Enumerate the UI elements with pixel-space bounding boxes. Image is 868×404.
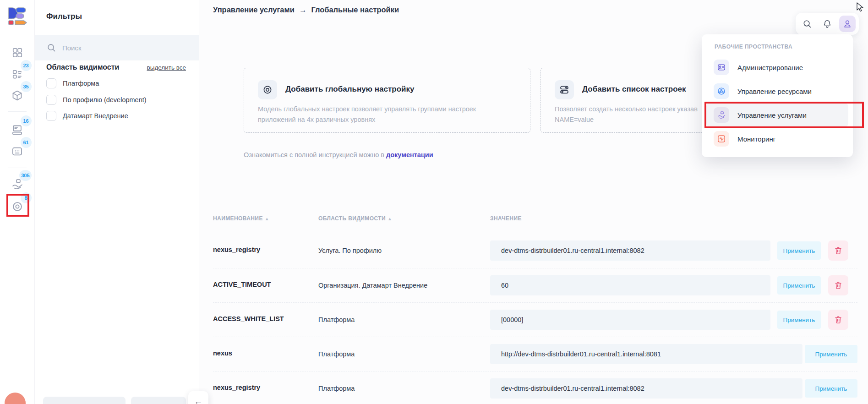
scope-option-datamart: Датамарт Внедрение [46, 111, 128, 121]
card-icon-box [258, 80, 277, 99]
scope-option-platform: Платформа [46, 78, 99, 88]
search-button[interactable] [799, 16, 815, 32]
sort-asc-icon: ▲ [388, 216, 392, 221]
filters-title: Фильтры [46, 12, 82, 21]
checkbox[interactable] [46, 95, 56, 105]
badge-count: 35 [21, 81, 32, 92]
sidebar-item-services[interactable]: 305 [7, 174, 28, 194]
sidebar-item-global-settings[interactable]: 8 [7, 197, 28, 217]
delete-button[interactable] [828, 275, 848, 295]
menu-item-resources[interactable]: Управление ресурсами [706, 79, 848, 103]
breadcrumb-parent[interactable]: Управление услугами [213, 5, 295, 14]
notifications-button[interactable] [819, 16, 835, 32]
topbar-actions [796, 13, 859, 35]
setting-name: nexus [213, 349, 232, 357]
rail-divider [8, 111, 27, 112]
apply-button[interactable]: Применить [805, 379, 857, 398]
card-description: Позволяет создать несколько настроек ука… [555, 104, 698, 125]
card-icon-box [555, 80, 574, 99]
apply-button[interactable]: Применить [777, 241, 821, 260]
setting-name: nexus_registry [213, 384, 260, 391]
menu-item-administration[interactable]: Администрирование [706, 55, 848, 79]
sort-asc-icon: ▲ [265, 216, 269, 221]
setting-value-input[interactable] [490, 310, 770, 330]
badge-count: 16 [21, 115, 32, 126]
sidebar-item-packages[interactable]: 35 [7, 85, 28, 105]
sidebar-item-console[interactable]: 61 [7, 141, 28, 161]
menu-item-label: Мониторинг [737, 135, 775, 143]
table-row: ACCESS_WHITE_LIST Платформа Применить [213, 302, 857, 337]
tasks-icon [11, 68, 23, 80]
card-description: Модель глобальных настроек позволяет упр… [258, 104, 476, 125]
apply-button[interactable]: Применить [777, 276, 821, 295]
search-icon [802, 19, 812, 29]
delete-button[interactable] [828, 310, 848, 330]
breadcrumb-current: Глобальные настройки [311, 5, 399, 14]
app-logo[interactable] [5, 5, 29, 28]
settings-list-icon [559, 84, 570, 95]
delete-button[interactable] [828, 240, 848, 261]
search-input[interactable] [62, 44, 172, 52]
user-menu-button[interactable] [839, 16, 856, 32]
id-badge-icon [714, 60, 729, 75]
filters-search[interactable] [35, 35, 199, 60]
dashboard-grid-icon [11, 47, 23, 59]
rail-divider [8, 168, 27, 168]
skeleton-button [131, 397, 186, 404]
menu-item-label: Администрирование [737, 64, 803, 71]
menu-item-services[interactable]: Управление услугами [706, 103, 848, 127]
setting-value-input[interactable] [490, 275, 770, 295]
menu-item-label: Управление ресурсами [737, 87, 812, 95]
devices-icon [11, 124, 23, 136]
checkbox[interactable] [46, 111, 56, 121]
card-title: Добавить глобальную настройку [285, 85, 415, 94]
icon-rail: 23 35 16 61 305 8 [0, 0, 34, 404]
scope-section-title: Область видимости [46, 63, 119, 71]
table-row: nexus_registry Платформа Применить [213, 371, 857, 404]
setting-name: nexus_registry [213, 246, 260, 253]
collapse-panel-button[interactable]: ← [188, 391, 208, 404]
documentation-link[interactable]: документации [386, 151, 433, 158]
search-icon [46, 43, 56, 53]
setting-value-input[interactable] [490, 344, 802, 364]
table-row: nexus Платформа Применить [213, 337, 857, 371]
menu-item-monitoring[interactable]: Мониторинг [706, 127, 848, 151]
trash-icon [833, 280, 843, 290]
user-avatar[interactable] [5, 393, 26, 404]
setting-value-input[interactable] [490, 240, 770, 261]
arrow-left-icon: ← [194, 397, 203, 404]
add-global-setting-card[interactable]: Добавить глобальную настройку Модель гло… [244, 68, 530, 133]
setting-scope: Платформа [318, 316, 355, 323]
setting-scope: Платформа [318, 385, 355, 392]
global-settings-icon [11, 200, 24, 213]
workspaces-title: РАБОЧИЕ ПРОСТРАНСТВА [715, 44, 840, 50]
badge-count: 61 [21, 137, 32, 148]
filters-panel: Фильтры Область видимости выделить все П… [34, 0, 199, 404]
checkbox[interactable] [46, 78, 56, 88]
setting-value-input[interactable] [490, 378, 802, 399]
column-header-name[interactable]: НАИМЕНОВАНИЕ▲ [213, 215, 269, 222]
console-icon [11, 145, 23, 158]
setting-scope: Организация. Датамарт Внедрение [318, 282, 427, 289]
cube-icon [11, 89, 23, 102]
documentation-note: Ознакомиться с полной инструкцией можно … [244, 151, 433, 158]
select-all-link[interactable]: выделить все [147, 64, 186, 71]
trash-icon [833, 315, 843, 325]
badge-count: 305 [19, 170, 31, 181]
services-hand-icon [714, 107, 729, 123]
skeleton-button [43, 397, 126, 404]
breadcrumb: Управление услугами → Глобальные настрой… [213, 5, 399, 14]
badge-count: 23 [21, 60, 32, 71]
menu-item-label: Управление услугами [737, 111, 807, 119]
trash-icon [833, 246, 843, 256]
workspaces-dropdown: РАБОЧИЕ ПРОСТРАНСТВА Администрирование У… [702, 34, 853, 157]
column-header-scope[interactable]: ОБЛАСТЬ ВИДИМОСТИ▲ [318, 215, 392, 222]
breadcrumb-separator: → [299, 5, 307, 14]
apply-button[interactable]: Применить [805, 345, 857, 363]
global-setting-icon [262, 84, 273, 95]
badge-count: 8 [21, 192, 32, 203]
column-header-value: ЗНАЧЕНИЕ [490, 215, 522, 222]
user-icon [842, 19, 852, 29]
monitoring-icon [714, 131, 729, 147]
apply-button[interactable]: Применить [777, 311, 821, 329]
